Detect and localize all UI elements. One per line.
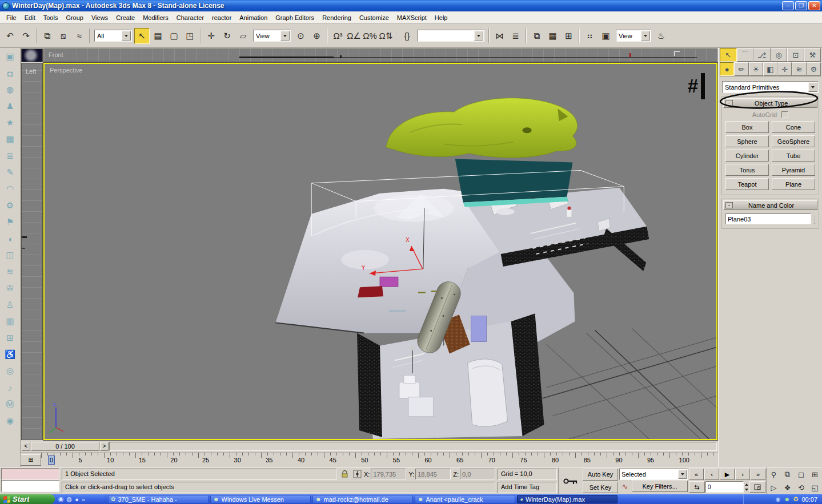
time-slider-prev-button[interactable]: < <box>22 442 30 451</box>
redo-icon[interactable]: ↷ <box>18 28 34 44</box>
restore-button[interactable]: ❐ <box>795 1 807 10</box>
task-3dsmax[interactable]: ◕ WinterDay(Map).max <box>517 495 617 503</box>
quick-launch-icon-2[interactable]: ◍ <box>67 495 73 503</box>
panel-icon[interactable]: ▥ <box>2 315 18 328</box>
object-type-button[interactable]: Torus <box>725 164 769 176</box>
tab-geometry[interactable]: ● <box>720 62 734 76</box>
ruler-tick[interactable]: 75 <box>519 456 528 464</box>
tab-create[interactable]: ↖ <box>720 48 737 62</box>
reference-coordinate-dropdown[interactable]: View <box>253 30 291 42</box>
layer-manager-icon[interactable]: ⧉ <box>529 28 544 44</box>
tab-cameras[interactable]: ◧ <box>763 62 777 76</box>
window-crossing-icon[interactable]: ◳ <box>182 28 198 44</box>
time-slider-handle[interactable]: 0 / 100 <box>31 442 99 451</box>
duck-icon[interactable]: ◖ <box>2 232 18 245</box>
task-msn-2[interactable]: ☻ Anant <paulie_crack <box>415 495 515 503</box>
wheel-icon[interactable]: ◎ <box>2 364 18 378</box>
object-type-button[interactable]: Pyramid <box>772 164 815 176</box>
next-frame-button[interactable]: › <box>735 469 750 480</box>
quick-launch-icon-1[interactable]: ◉ <box>58 495 64 503</box>
ruler-tick[interactable]: 5 <box>78 456 83 464</box>
menu-item[interactable]: reactor <box>208 13 235 23</box>
named-selection-sets-icon[interactable]: {} <box>399 28 415 44</box>
selection-lock-icon[interactable] <box>339 469 350 480</box>
dropdown-arrow-icon[interactable] <box>280 31 290 41</box>
object-type-button[interactable]: Cone <box>772 121 815 133</box>
menu-item[interactable]: Character <box>173 13 208 23</box>
object-color-swatch[interactable] <box>814 214 815 224</box>
tab-motion[interactable]: ◎ <box>771 48 788 62</box>
dropdown-arrow-icon[interactable] <box>641 31 650 41</box>
x-coordinate-field[interactable] <box>371 469 406 479</box>
tray-icon[interactable]: ☻ <box>784 496 791 502</box>
ruler-tick[interactable]: 20 <box>169 456 178 464</box>
frame-spinner[interactable] <box>744 481 749 493</box>
ruler-tick[interactable]: 85 <box>583 456 592 464</box>
tab-space-warps[interactable]: ≋ <box>792 62 806 76</box>
material-editor-icon[interactable]: ⠶ <box>582 28 598 44</box>
schematic-view-icon[interactable]: ⊞ <box>561 28 576 44</box>
listener-script-field[interactable] <box>1 480 59 492</box>
chain-icon[interactable]: ⊞ <box>2 331 18 345</box>
ruler-tick[interactable]: 45 <box>328 456 338 464</box>
menu-item[interactable]: MAXScript <box>393 13 431 23</box>
ruler-tick[interactable]: 55 <box>392 456 401 464</box>
task-msn-1[interactable]: ☻ mad-rockz@hotmail.de <box>312 495 413 503</box>
menu-item[interactable]: Animation <box>235 13 271 23</box>
tab-display[interactable]: ⊡ <box>787 48 804 62</box>
object-type-button[interactable]: Plane <box>772 178 815 190</box>
dropdown-arrow-icon[interactable] <box>678 470 687 479</box>
field-of-view-icon[interactable]: ▷ <box>767 482 780 494</box>
object-type-button[interactable]: Box <box>725 121 769 133</box>
weathervane-icon[interactable]: ⚑ <box>2 215 18 229</box>
object-type-button[interactable]: GeoSphere <box>772 135 815 147</box>
quick-launch-overflow[interactable]: » <box>82 496 85 503</box>
torus-knot-icon[interactable]: ✇ <box>2 281 18 295</box>
mirror-icon[interactable]: ⋈ <box>492 28 507 44</box>
pan-icon[interactable]: ❖ <box>781 482 794 494</box>
close-button[interactable]: ✕ <box>808 1 820 10</box>
ruler-tick[interactable]: 15 <box>138 456 147 464</box>
play-button[interactable]: ▶ <box>720 469 735 480</box>
auto-key-button[interactable]: Auto Key <box>583 469 618 481</box>
dropdown-arrow-icon[interactable] <box>122 31 131 41</box>
tab-hierarchy[interactable]: ⎇ <box>753 48 771 62</box>
spindle-icon[interactable]: ♟ <box>2 99 18 113</box>
tab-shapes[interactable]: ✏ <box>734 62 748 76</box>
whistle-icon[interactable]: ♪ <box>2 381 18 394</box>
bind-to-space-warp-icon[interactable]: ≈ <box>71 28 87 44</box>
front-viewport-label[interactable]: Front <box>49 51 63 58</box>
rectangular-selection-icon[interactable]: ▢ <box>166 28 182 44</box>
previous-frame-button[interactable]: ‹ <box>704 469 719 480</box>
minimize-button[interactable]: – <box>782 1 794 10</box>
menu-item[interactable]: Create <box>112 13 139 23</box>
tab-utilities[interactable]: ⚒ <box>804 48 821 62</box>
left-viewport-label[interactable]: Left <box>26 68 36 75</box>
render-type-dropdown[interactable]: View <box>616 30 651 42</box>
zoom-icon[interactable]: ⚲ <box>767 468 780 481</box>
shirt-m-icon[interactable]: Ⓜ <box>2 397 18 411</box>
go-to-start-button[interactable]: « <box>689 469 704 480</box>
spring-icon[interactable]: ≣ <box>2 149 18 163</box>
quick-render-icon[interactable]: ♨ <box>653 28 669 44</box>
ruler-tick[interactable]: 100 <box>678 456 691 464</box>
tray-icon[interactable]: ◉ <box>776 496 781 502</box>
ball-icon[interactable]: ◍ <box>2 83 18 96</box>
ruler-tick[interactable]: 50 <box>360 456 369 464</box>
start-button[interactable]: Start <box>0 494 55 504</box>
go-to-end-button[interactable]: » <box>751 469 765 480</box>
object-type-rollout-header[interactable]: - Object Type <box>723 98 817 108</box>
current-frame-field[interactable] <box>705 481 744 493</box>
task-live-messenger[interactable]: ☻ Windows Live Messen <box>210 495 311 503</box>
track-bar-ruler[interactable]: 0510152025303540455055606570758085909510… <box>41 453 718 467</box>
name-color-rollout-header[interactable]: - Name and Color <box>723 200 817 210</box>
ruler-tick[interactable]: 10 <box>106 456 115 464</box>
ruler-tick[interactable]: 35 <box>264 456 274 464</box>
star-icon[interactable]: ★ <box>2 116 18 130</box>
object-type-button[interactable]: Sphere <box>725 135 769 147</box>
cloth-icon[interactable]: ◘ <box>2 66 18 80</box>
autogrid-checkbox[interactable] <box>781 111 788 118</box>
use-pivot-point-icon[interactable]: ⊙ <box>293 28 308 44</box>
quick-launch-icon-3[interactable]: ● <box>75 496 79 503</box>
ruler-tick[interactable]: 70 <box>487 456 496 464</box>
